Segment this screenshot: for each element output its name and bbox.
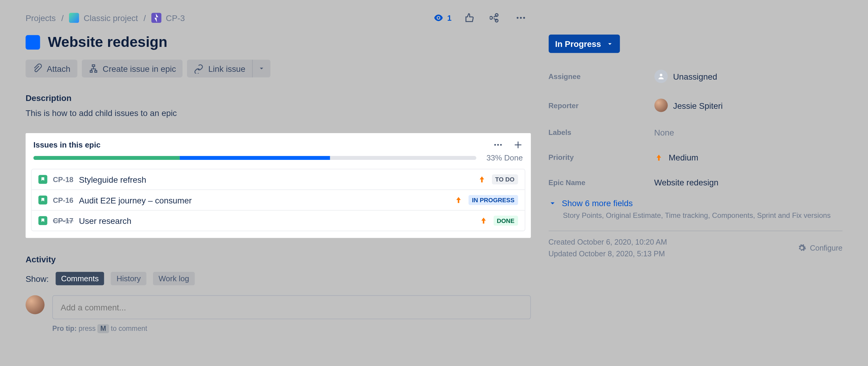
labels-label: Labels xyxy=(548,128,654,136)
more-actions-button[interactable] xyxy=(513,10,529,26)
create-child-button[interactable]: Create issue in epic xyxy=(82,59,183,77)
story-type-icon xyxy=(38,216,48,225)
status-badge[interactable]: IN PROGRESS xyxy=(468,195,518,205)
issue-key[interactable]: CP-16 xyxy=(53,196,73,204)
status-label: In Progress xyxy=(555,39,601,49)
watchers-count: 1 xyxy=(447,13,452,22)
issue-row[interactable]: CP-16Audit E2E journey – consumerIN PROG… xyxy=(32,190,525,210)
description-body[interactable]: This is how to add child issues to an ep… xyxy=(26,108,531,118)
breadcrumb-sep: / xyxy=(61,13,64,23)
priority-medium-icon xyxy=(654,153,663,162)
svg-point-0 xyxy=(517,17,518,19)
status-badge[interactable]: TO DO xyxy=(492,174,518,184)
issue-row[interactable]: CP-17User researchDONE xyxy=(32,210,525,231)
description-heading: Description xyxy=(26,93,531,103)
svg-point-2 xyxy=(523,17,525,19)
show-more-fields-button[interactable]: Show 6 more fields xyxy=(548,198,842,208)
tab-history[interactable]: History xyxy=(111,272,147,285)
chevron-down-icon xyxy=(607,40,613,47)
plus-icon xyxy=(513,140,523,150)
issues-panel-heading: Issues in this epic xyxy=(33,140,100,149)
reporter-label: Reporter xyxy=(548,101,654,110)
unassigned-avatar-icon xyxy=(654,70,667,83)
labels-value[interactable]: None xyxy=(654,128,674,137)
watchers-button[interactable]: 1 xyxy=(433,12,452,23)
attach-button[interactable]: Attach xyxy=(26,59,77,77)
priority-icon xyxy=(454,196,463,205)
breadcrumb-project[interactable]: Classic project xyxy=(84,13,138,23)
create-child-label: Create issue in epic xyxy=(103,64,176,73)
svg-point-1 xyxy=(520,17,521,19)
activity-show-label: Show: xyxy=(26,274,49,283)
attach-icon xyxy=(32,63,42,73)
hierarchy-icon xyxy=(88,63,98,73)
story-type-icon xyxy=(38,175,48,184)
issue-title[interactable]: Website redesign xyxy=(48,33,167,51)
issue-list: CP-18Styleguide refreshTO DOCP-16Audit E… xyxy=(31,169,525,231)
chevron-down-icon xyxy=(548,199,556,207)
link-issue-more-button[interactable] xyxy=(252,59,271,77)
svg-point-5 xyxy=(500,144,501,146)
kebab-icon xyxy=(493,140,503,150)
tab-comments[interactable]: Comments xyxy=(56,272,104,285)
breadcrumb-sep: / xyxy=(144,13,146,23)
gear-icon xyxy=(798,244,807,252)
svg-point-3 xyxy=(494,144,496,146)
configure-button[interactable]: Configure xyxy=(798,244,842,252)
breadcrumb: Projects / Classic project / CP-3 xyxy=(26,13,185,23)
epic-color-chip xyxy=(26,35,40,49)
activity-heading: Activity xyxy=(26,255,531,264)
share-button[interactable] xyxy=(487,10,503,26)
priority-label: Priority xyxy=(548,153,654,162)
link-issue-label: Link issue xyxy=(208,64,246,73)
add-issue-button[interactable] xyxy=(513,140,523,150)
svg-point-6 xyxy=(659,74,662,76)
current-user-avatar xyxy=(26,295,44,314)
svg-point-4 xyxy=(497,144,499,146)
reporter-value[interactable]: Jessie Spiteri xyxy=(654,98,722,112)
reporter-avatar xyxy=(654,98,667,112)
epic-name-value[interactable]: Website redesign xyxy=(654,177,718,187)
comment-input[interactable] xyxy=(52,295,531,319)
priority-icon xyxy=(479,216,488,225)
like-button[interactable] xyxy=(462,10,477,26)
tab-worklog[interactable]: Work log xyxy=(153,272,195,285)
issue-summary[interactable]: Audit E2E journey – consumer xyxy=(79,195,449,205)
issues-panel-more-button[interactable] xyxy=(493,140,503,150)
issue-key[interactable]: CP-17 xyxy=(53,216,73,225)
show-more-fields-subtext: Story Points, Original Estimate, Time tr… xyxy=(563,211,842,220)
issues-in-epic-panel: Issues in this epic xyxy=(26,133,531,238)
updated-date: Updated October 8, 2020, 5:13 PM xyxy=(548,250,667,258)
comment-protip: Pro tip: press M to comment xyxy=(52,325,531,333)
breadcrumb-issue-key[interactable]: CP-3 xyxy=(166,13,185,23)
issue-summary[interactable]: Styleguide refresh xyxy=(79,175,472,184)
attach-label: Attach xyxy=(47,64,70,73)
status-dropdown[interactable]: In Progress xyxy=(548,34,620,53)
chevron-down-icon xyxy=(258,65,265,72)
link-issue-button[interactable]: Link issue xyxy=(187,59,252,77)
breadcrumb-projects[interactable]: Projects xyxy=(26,13,56,23)
assignee-label: Assignee xyxy=(548,72,654,81)
thumbs-up-icon xyxy=(464,12,475,23)
epic-progress-label: 33% Done xyxy=(487,153,523,162)
priority-value[interactable]: Medium xyxy=(654,153,698,162)
share-icon xyxy=(490,12,501,23)
status-badge[interactable]: DONE xyxy=(493,216,518,225)
epic-progress-bar xyxy=(33,156,476,160)
link-icon xyxy=(194,63,204,73)
kebab-icon xyxy=(515,12,526,23)
epic-name-label: Epic Name xyxy=(548,178,654,187)
eye-icon xyxy=(433,12,444,23)
project-icon xyxy=(69,13,79,23)
issue-summary[interactable]: User research xyxy=(79,216,473,225)
story-type-icon xyxy=(38,196,48,205)
issue-key[interactable]: CP-18 xyxy=(53,175,73,184)
created-date: Created October 6, 2020, 10:20 AM xyxy=(548,238,667,246)
priority-icon xyxy=(477,175,487,184)
epic-type-icon xyxy=(151,13,161,23)
issue-row[interactable]: CP-18Styleguide refreshTO DO xyxy=(32,169,525,190)
side-divider xyxy=(548,231,842,231)
assignee-value[interactable]: Unassigned xyxy=(654,70,717,83)
